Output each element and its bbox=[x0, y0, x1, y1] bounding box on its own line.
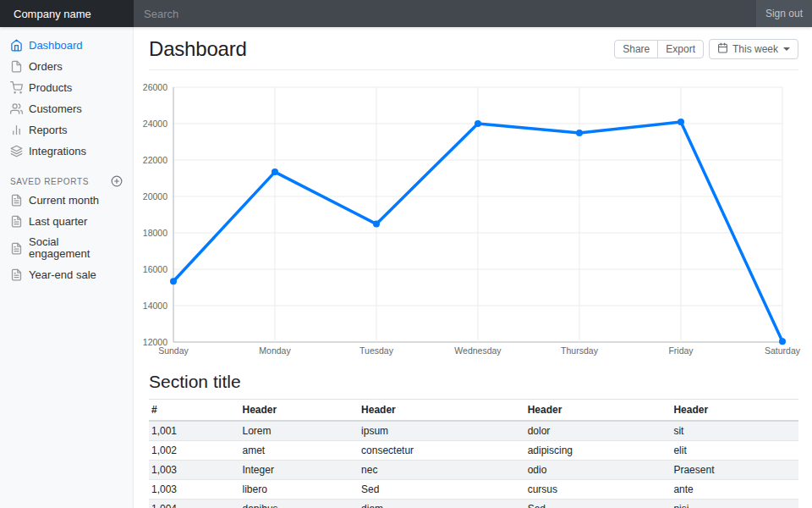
saved-report-label: Social engagement bbox=[29, 236, 123, 260]
sidebar-nav: DashboardOrdersProductsCustomersReportsI… bbox=[0, 35, 133, 162]
table-cell: ante bbox=[671, 480, 798, 500]
table-cell: nec bbox=[359, 461, 525, 480]
sidebar-item-integrations[interactable]: Integrations bbox=[0, 141, 133, 162]
svg-text:24000: 24000 bbox=[143, 119, 167, 129]
column-header: Header bbox=[671, 400, 798, 422]
svg-text:18000: 18000 bbox=[143, 228, 167, 238]
shopping-cart-icon bbox=[10, 81, 23, 94]
saved-report-label: Last quarter bbox=[29, 216, 87, 228]
table-cell: adipiscing bbox=[525, 441, 672, 461]
saved-report-label: Year-end sale bbox=[29, 269, 96, 281]
svg-text:Sunday: Sunday bbox=[158, 345, 189, 356]
saved-report-label: Current month bbox=[29, 195, 99, 207]
table-row: 1,003liberoSedcursusante bbox=[149, 480, 798, 500]
toolbar: Share Export This week bbox=[614, 39, 798, 59]
add-report-button[interactable] bbox=[111, 175, 123, 187]
sidebar-item-orders[interactable]: Orders bbox=[0, 56, 133, 77]
file-text-icon bbox=[10, 215, 23, 228]
sidebar-item-label: Reports bbox=[29, 124, 68, 136]
signout-link[interactable]: Sign out bbox=[756, 0, 812, 27]
search-input[interactable] bbox=[134, 0, 756, 27]
sidebar-item-label: Products bbox=[29, 82, 72, 94]
brand-link[interactable]: Company name bbox=[0, 0, 134, 27]
sidebar-item-label: Integrations bbox=[29, 146, 86, 157]
table-cell: Sed bbox=[359, 480, 525, 500]
file-text-icon bbox=[10, 194, 23, 207]
table-cell: 1,004 bbox=[149, 500, 240, 508]
table-cell: dapibus bbox=[240, 500, 359, 508]
svg-text:Saturday: Saturday bbox=[765, 345, 801, 356]
week-dropdown-button[interactable]: This week bbox=[709, 39, 798, 59]
sidebar-item-reports[interactable]: Reports bbox=[0, 119, 133, 141]
saved-report-current-month[interactable]: Current month bbox=[0, 190, 133, 211]
section-title: Section title bbox=[149, 372, 798, 392]
table-cell: dolor bbox=[525, 421, 672, 441]
table-cell: consectetur bbox=[359, 441, 525, 461]
saved-reports-header: Saved reports bbox=[0, 172, 133, 190]
table-row: 1,003IntegernecodioPraesent bbox=[149, 461, 798, 480]
week-dropdown-label: This week bbox=[732, 43, 778, 55]
page-header: Dashboard Share Export This week bbox=[149, 27, 798, 70]
table-row: 1,002ametconsecteturadipiscingelit bbox=[149, 441, 798, 461]
calendar-icon-slot bbox=[717, 42, 728, 56]
share-button[interactable]: Share bbox=[614, 40, 658, 58]
svg-text:22000: 22000 bbox=[143, 155, 167, 165]
page-title: Dashboard bbox=[149, 37, 247, 61]
svg-text:16000: 16000 bbox=[143, 264, 167, 274]
table-cell: amet bbox=[240, 441, 359, 461]
column-header: Header bbox=[359, 400, 525, 422]
saved-reports-heading: Saved reports bbox=[10, 177, 89, 186]
svg-text:26000: 26000 bbox=[143, 82, 167, 92]
sidebar-item-label: Customers bbox=[29, 103, 82, 115]
svg-text:20000: 20000 bbox=[143, 191, 167, 202]
table-cell: odio bbox=[525, 461, 672, 480]
caret-down-icon bbox=[783, 47, 790, 51]
saved-report-year-end-sale[interactable]: Year-end sale bbox=[0, 264, 133, 285]
sidebar-item-label: Dashboard bbox=[29, 40, 83, 52]
table-cell: cursus bbox=[525, 480, 672, 500]
table-row: 1,004dapibusdiamSednisi bbox=[149, 500, 798, 508]
sidebar-item-label: Orders bbox=[29, 61, 63, 73]
sidebar-item-customers[interactable]: Customers bbox=[0, 98, 133, 119]
main-content: Dashboard Share Export This week 1200014… bbox=[134, 27, 812, 508]
data-table: #HeaderHeaderHeaderHeader 1,001Loremipsu… bbox=[149, 399, 798, 508]
share-export-group: Share Export bbox=[614, 40, 704, 58]
table-cell: Integer bbox=[240, 461, 359, 480]
plus-circle-icon bbox=[111, 175, 123, 187]
table-cell: ipsum bbox=[359, 421, 525, 441]
table-cell: 1,003 bbox=[149, 461, 240, 480]
file-text-icon bbox=[10, 268, 23, 281]
file-text-icon bbox=[10, 242, 23, 255]
table-cell: 1,001 bbox=[149, 421, 240, 441]
sidebar-item-dashboard[interactable]: Dashboard bbox=[0, 35, 133, 56]
svg-text:14000: 14000 bbox=[143, 301, 167, 311]
home-icon bbox=[10, 39, 23, 52]
users-icon bbox=[10, 102, 23, 115]
svg-text:Tuesday: Tuesday bbox=[359, 345, 394, 356]
table-cell: diam bbox=[359, 500, 525, 508]
table-cell: libero bbox=[240, 480, 359, 500]
bar-chart-icon bbox=[10, 124, 23, 136]
svg-text:Wednesday: Wednesday bbox=[454, 345, 502, 356]
table-header-row: #HeaderHeaderHeaderHeader bbox=[149, 400, 798, 422]
sidebar: DashboardOrdersProductsCustomersReportsI… bbox=[0, 27, 134, 508]
column-header: # bbox=[149, 400, 240, 422]
table-cell: 1,002 bbox=[149, 441, 240, 461]
sidebar-item-products[interactable]: Products bbox=[0, 77, 133, 98]
saved-report-social-engagement[interactable]: Social engagement bbox=[0, 232, 133, 264]
export-button[interactable]: Export bbox=[657, 40, 704, 58]
column-header: Header bbox=[240, 400, 359, 422]
table-cell: Lorem bbox=[240, 421, 359, 441]
table-row: 1,001Loremipsumdolorsit bbox=[149, 421, 798, 441]
svg-text:Friday: Friday bbox=[668, 345, 694, 356]
table-cell: Praesent bbox=[671, 461, 798, 480]
calendar-icon bbox=[717, 42, 728, 53]
top-navbar: Company name Sign out bbox=[0, 0, 812, 27]
column-header: Header bbox=[525, 400, 672, 422]
table-cell: sit bbox=[671, 421, 798, 441]
table-cell: Sed bbox=[525, 500, 672, 508]
table-cell: elit bbox=[671, 441, 798, 461]
saved-report-last-quarter[interactable]: Last quarter bbox=[0, 211, 133, 232]
line-chart-canvas: 1200014000160001800020000220002400026000… bbox=[149, 79, 798, 360]
file-icon bbox=[10, 60, 23, 73]
